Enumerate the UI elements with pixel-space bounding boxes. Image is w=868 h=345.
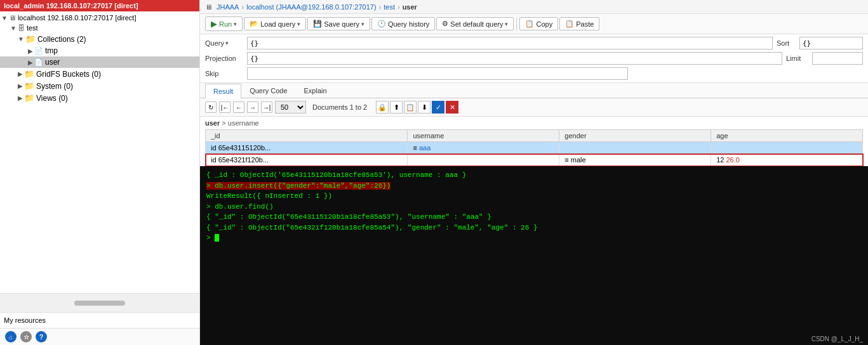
result-table: _id username gender age id 65e43115120b.… — [205, 129, 863, 166]
num-badge-2: 12 — [716, 156, 724, 164]
tab-result[interactable]: Result — [205, 84, 241, 98]
tree-arrow-gridfs: ▶ — [18, 70, 23, 77]
table-header-row: _id username gender age — [206, 130, 863, 142]
tree-item-db[interactable]: ▼ 🗄 test — [0, 23, 199, 33]
skip-row: Skip — [205, 67, 863, 80]
main-content: 🖥 JHAAA › localhost (JHAAA@192.168.0.107… — [200, 0, 868, 345]
prev-page-button[interactable]: ← — [233, 101, 244, 113]
username-value-1: aaa — [419, 144, 431, 152]
col-header-username: username — [408, 130, 559, 142]
id-value-2: 65e4321f120b... — [218, 156, 269, 164]
sidebar-star-icon[interactable]: ☆ — [20, 331, 32, 342]
first-page-button[interactable]: |← — [219, 101, 230, 113]
tree-item-server[interactable]: ▼ 🖥 localhost 192.168.0.107:27017 [direc… — [0, 13, 199, 23]
skip-label: Skip — [205, 70, 243, 77]
sidebar-user-icon[interactable]: ? — [36, 331, 47, 342]
query-area: Query ▾ Sort Projection Limit Skip — [200, 34, 868, 83]
collections-label: Collections (2) — [37, 35, 86, 44]
sidebar-header-text: local_admin 192.168.0.107:27017 [direct] — [4, 2, 138, 10]
set-default-button[interactable]: ⚙ Set default query ▾ — [436, 17, 514, 30]
save-query-icon: 💾 — [313, 20, 322, 28]
page-size-select[interactable]: 50 100 200 — [275, 101, 306, 114]
tree-arrow-server: ▼ — [1, 15, 8, 22]
next-page-button[interactable]: → — [247, 101, 258, 113]
breadcrumb-test[interactable]: test — [384, 3, 395, 11]
tree-arrow-views: ▶ — [18, 94, 23, 101]
breadcrumb-localhost[interactable]: localhost (JHAAA@192.168.0.107:27017) — [246, 3, 376, 11]
tab-explain[interactable]: Explain — [296, 83, 335, 98]
tree-item-user[interactable]: ▶ 📄 user — [0, 56, 199, 68]
table-row[interactable]: id 65e43115120b... ≡ aaa — [206, 142, 863, 154]
sidebar-scrollbar-thumb[interactable] — [74, 301, 125, 306]
gridfs-label: GridFS Buckets (0) — [36, 70, 101, 79]
toolbar-divider — [516, 18, 517, 30]
tmp-label: tmp — [45, 46, 58, 55]
load-query-label: Load query — [260, 20, 295, 28]
query-dropdown-arrow[interactable]: ▾ — [225, 40, 229, 46]
projection-input[interactable] — [247, 52, 782, 65]
import-button[interactable]: ⬇ — [418, 101, 431, 114]
my-resources-label: My resources — [4, 316, 46, 324]
query-input[interactable] — [247, 37, 773, 49]
tree-item-gridfs[interactable]: ▶ 📁 GridFS Buckets (0) — [0, 68, 199, 80]
run-icon: ▶ — [211, 19, 217, 29]
sort-label: Sort — [777, 39, 796, 47]
sort-input[interactable] — [799, 37, 863, 49]
cell-gender-2: ≡ male — [559, 154, 711, 166]
console-line-2: WriteResult({ nInserted : 1 }) — [206, 191, 862, 202]
copy-result-button[interactable]: 📋 — [404, 101, 417, 114]
cell-username-2 — [408, 154, 559, 166]
server-icon: 🖥 — [9, 14, 16, 22]
tab-query-code[interactable]: Query Code — [241, 83, 295, 98]
tree-item-system[interactable]: ▶ 📁 System (0) — [0, 80, 199, 92]
paste-button[interactable]: 📋 Paste — [559, 17, 599, 30]
console-line-1: > db.user.insert({"gender":"male","age":… — [206, 181, 862, 192]
console-highlight: > db.user.insert({"gender":"male","age":… — [206, 182, 391, 190]
console-line-5: { "_id" : ObjectId("65e4321f120b1a18cfe8… — [206, 223, 862, 233]
db-label: test — [27, 24, 38, 32]
id-badge-1: id — [211, 144, 217, 152]
refresh-button[interactable]: ↻ — [205, 101, 217, 113]
path-row: user > username — [200, 117, 868, 129]
cell-id-2: id 65e4321f120b... — [206, 154, 408, 166]
sidebar-home-icon[interactable]: ⌂ — [5, 331, 17, 342]
str-badge-1: ≡ — [413, 144, 417, 152]
select-all-button[interactable]: ✓ — [432, 101, 444, 114]
console-line-6: > — [206, 233, 862, 244]
tree-item-tmp[interactable]: ▶ 📄 tmp — [0, 45, 199, 56]
delete-selected-button[interactable]: ✕ — [446, 101, 458, 114]
projection-label: Projection — [205, 55, 243, 62]
skip-input[interactable] — [247, 67, 628, 80]
folder-icon-collections: 📁 — [25, 34, 36, 44]
col-header-id: _id — [206, 130, 408, 142]
last-page-button[interactable]: →| — [261, 101, 272, 113]
sidebar-scrollbar-area — [0, 293, 199, 312]
table-row[interactable]: id 65e4321f120b... ≡ male 12 26.0 — [206, 154, 863, 166]
console-line-3: > db.user.find() — [206, 202, 862, 212]
col-header-age: age — [711, 130, 863, 142]
load-query-button[interactable]: 📂 Load query ▾ — [244, 17, 306, 30]
sidebar-tree: ▼ 🖥 localhost 192.168.0.107:27017 [direc… — [0, 11, 199, 293]
str-badge-2: ≡ — [564, 156, 568, 164]
tree-item-views[interactable]: ▶ 📁 Views (0) — [0, 92, 199, 104]
views-label: Views (0) — [36, 94, 68, 103]
result-actions: 🔒 ⬆ 📋 ⬇ ✓ ✕ — [376, 101, 458, 114]
run-button[interactable]: ▶ Run ▾ — [205, 16, 243, 31]
cell-age-2: 12 26.0 — [711, 154, 863, 166]
lock-button[interactable]: 🔒 — [376, 101, 389, 114]
console-line-0: { _id : ObjectId('65e43115120b1a18cfe85a… — [206, 170, 862, 181]
run-arrow: ▾ — [234, 21, 237, 27]
tree-item-collections[interactable]: ▼ 📁 Collections (2) — [0, 33, 199, 45]
export-button[interactable]: ⬆ — [390, 101, 403, 114]
system-label: System (0) — [36, 82, 73, 91]
query-history-button[interactable]: 🕐 Query history — [371, 17, 435, 30]
tree-arrow-collections: ▼ — [18, 36, 24, 42]
tree-arrow-db: ▼ — [10, 25, 17, 32]
limit-input[interactable] — [812, 52, 863, 65]
tree-arrow-system: ▶ — [18, 82, 23, 89]
breadcrumb-jhaaa[interactable]: JHAAA — [217, 3, 239, 11]
save-query-button[interactable]: 💾 Save query ▾ — [307, 17, 370, 30]
server-label: localhost 192.168.0.107:27017 [direct] — [18, 14, 137, 22]
copy-button[interactable]: 📋 Copy — [519, 17, 558, 30]
limit-label: Limit — [786, 55, 808, 62]
